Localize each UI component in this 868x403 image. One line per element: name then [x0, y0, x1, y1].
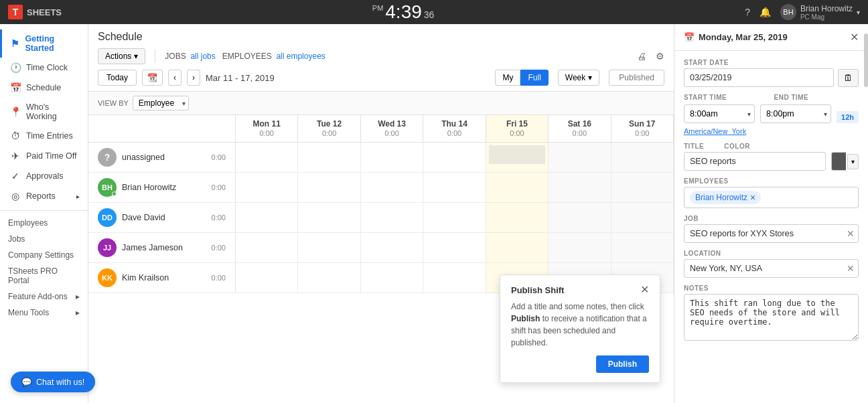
chat-button[interactable]: 💬 Chat with us! [11, 372, 95, 392]
avatar: KK [98, 268, 117, 287]
day-cell-fri[interactable] [486, 143, 549, 172]
actions-button[interactable]: Actions ▾ [98, 48, 145, 64]
clear-location-button[interactable]: ✕ [847, 263, 855, 274]
notes-textarea[interactable]: This shift ran long due to the SEO needs… [684, 294, 859, 341]
end-time-select-wrap: 8:00pm [760, 104, 831, 123]
bell-icon[interactable]: 🔔 [760, 7, 771, 17]
day-cell[interactable] [549, 143, 611, 172]
view-by-select[interactable]: Employee [133, 96, 189, 110]
day-cell[interactable] [549, 233, 611, 262]
publish-popup-close-button[interactable]: ✕ [640, 285, 649, 295]
color-swatch[interactable] [831, 152, 846, 171]
today-button[interactable]: Today [98, 70, 137, 86]
day-cell[interactable] [361, 203, 423, 232]
sidebar-sub-menu-tools[interactable]: Menu Tools ▸ [0, 305, 88, 321]
day-cell[interactable] [423, 143, 486, 172]
location-input[interactable] [684, 259, 859, 278]
start-time-select[interactable]: 8:00am [684, 104, 755, 123]
publish-button[interactable]: Publish [596, 355, 649, 373]
help-icon[interactable]: ? [745, 7, 750, 17]
color-dropdown-button[interactable]: ▾ [847, 154, 859, 169]
remove-employee-button[interactable]: × [750, 193, 755, 202]
sidebar-sub-employees[interactable]: Employees [0, 215, 88, 231]
sidebar-item-time-clock[interactable]: 🕐 Time Clock [0, 58, 88, 78]
sidebar-sub-tsheets-pro-portal[interactable]: TSheets PRO Portal [0, 263, 88, 289]
day-header-thu: Thu 14 0:00 [423, 115, 486, 142]
print-button[interactable]: 🖨 [637, 51, 646, 62]
day-cell[interactable] [549, 173, 611, 202]
day-cell[interactable] [423, 203, 486, 232]
day-cell[interactable] [236, 143, 298, 172]
day-cell[interactable] [423, 173, 486, 202]
day-cell-fri[interactable] [486, 173, 549, 202]
timezone-link[interactable]: America/New_York [684, 127, 746, 135]
day-cell[interactable] [236, 233, 298, 262]
employees-input-area[interactable]: Brian Horowitz × [684, 187, 859, 208]
sidebar-sub-feature-addons[interactable]: Feature Add-ons ▸ [0, 289, 88, 305]
sidebar-item-whos-working[interactable]: 📍 Who's Working [0, 98, 88, 126]
avatar-wrap: BH [98, 178, 117, 197]
day-cells-row [236, 233, 674, 262]
day-cell[interactable] [361, 263, 423, 293]
day-cell-fri[interactable] [486, 233, 549, 262]
clear-job-button[interactable]: ✕ [847, 228, 855, 239]
job-label: JOB [684, 215, 859, 222]
day-cell[interactable] [361, 143, 423, 172]
scrollbar[interactable] [864, 33, 868, 87]
day-cell[interactable] [236, 173, 298, 202]
table-row: ? unassigned 0:00 [88, 143, 674, 173]
day-hours: 0:00 [447, 129, 461, 137]
week-dropdown[interactable]: Week ▾ [558, 70, 599, 86]
sidebar-item-getting-started[interactable]: ⚑ Getting Started [0, 29, 88, 58]
panel-close-button[interactable]: ✕ [850, 31, 859, 44]
sidebar-item-reports[interactable]: ◎ Reports ▸ [0, 186, 88, 206]
employee-cell-james: JJ James Jameson 0:00 [88, 233, 236, 262]
settings-button[interactable]: ⚙ [656, 51, 664, 62]
employees-all-employees-link[interactable]: all employees [276, 52, 325, 61]
date-picker-button[interactable]: 🗓 [838, 69, 859, 87]
title-input[interactable] [684, 152, 826, 171]
day-cell[interactable] [611, 233, 674, 262]
day-cells-row [236, 173, 674, 202]
emp-hours: 0:00 [212, 153, 226, 161]
sidebar-sub-jobs[interactable]: Jobs [0, 231, 88, 247]
next-week-button[interactable]: › [187, 70, 200, 86]
day-cell[interactable] [298, 143, 360, 172]
sidebar-item-time-entries[interactable]: ⏱ Time Entries [0, 126, 88, 146]
day-cell[interactable] [611, 143, 674, 172]
day-cell[interactable] [611, 203, 674, 232]
end-time-select[interactable]: 8:00pm [760, 104, 831, 123]
published-button[interactable]: Published [609, 70, 664, 86]
day-cell[interactable] [361, 173, 423, 202]
day-cell[interactable] [611, 173, 674, 202]
job-input[interactable] [684, 224, 859, 243]
employees-label: EMPLOYEES [222, 52, 272, 61]
day-cell[interactable] [236, 263, 298, 293]
color-swatch-wrap: ▾ [831, 152, 859, 171]
view-by-row: VIEW BY Employee [88, 92, 674, 115]
day-cell-fri[interactable] [486, 203, 549, 232]
calendar-icon-btn[interactable]: 📆 [142, 70, 163, 86]
day-cell[interactable] [361, 233, 423, 262]
day-cell[interactable] [298, 203, 360, 232]
sidebar-item-schedule[interactable]: 📅 Schedule [0, 78, 88, 98]
user-menu[interactable]: BH Brian Horowitz PC Mag ▾ [780, 4, 860, 21]
sidebar-sub-company-settings[interactable]: Company Settings [0, 247, 88, 263]
view-my-button[interactable]: My [495, 70, 520, 86]
jobs-filter: JOBS all jobs [165, 52, 215, 61]
view-full-button[interactable]: Full [520, 70, 548, 86]
prev-week-button[interactable]: ‹ [168, 70, 182, 86]
day-cell[interactable] [549, 203, 611, 232]
day-cell[interactable] [298, 233, 360, 262]
emp-hours: 0:00 [212, 183, 226, 191]
day-cell[interactable] [423, 233, 486, 262]
jobs-all-jobs-link[interactable]: all jobs [190, 52, 215, 61]
day-cell[interactable] [298, 173, 360, 202]
day-cell[interactable] [423, 263, 486, 293]
start-time-select-wrap: 8:00am [684, 104, 755, 123]
sidebar-item-paid-time-off[interactable]: ✈ Paid Time Off [0, 146, 88, 166]
day-cell[interactable] [236, 203, 298, 232]
day-cell[interactable] [298, 263, 360, 293]
start-date-input[interactable] [684, 68, 834, 87]
sidebar-item-approvals[interactable]: ✓ Approvals [0, 166, 88, 186]
